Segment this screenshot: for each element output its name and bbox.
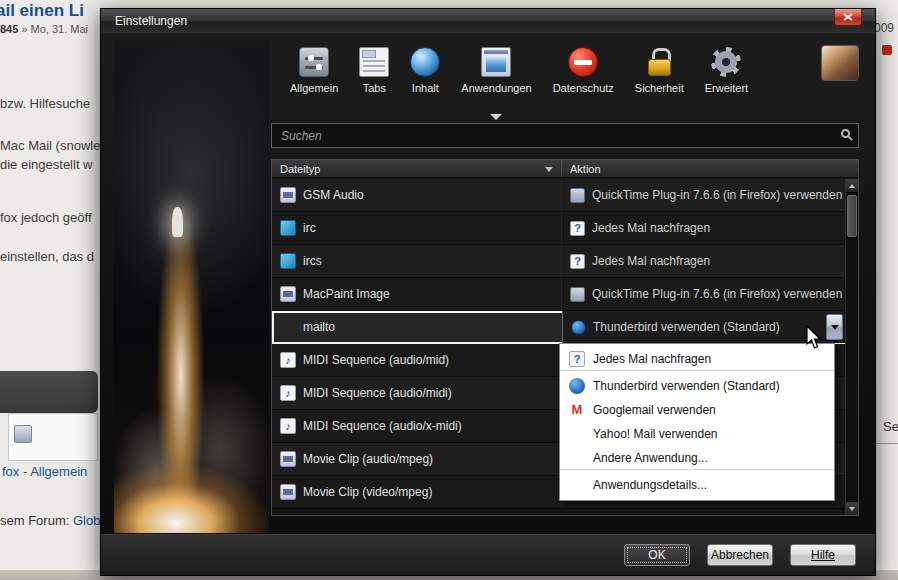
filetype-cell: GSM Audio	[272, 179, 562, 211]
filetype-cell: MIDI Sequence (audio/mid)	[272, 344, 562, 376]
page-white-panel	[8, 413, 98, 461]
filetype-icon	[280, 253, 296, 269]
toolbar-tab[interactable]: Sicherheit	[631, 47, 688, 113]
toolbar-tab[interactable]: Tabs	[355, 47, 393, 113]
column-header-filetype[interactable]: Dateityp	[272, 160, 562, 177]
filetype-label: ircs	[303, 254, 322, 268]
toolbar-tab-icon	[410, 47, 440, 77]
shuttle-launch-image	[114, 39, 269, 533]
dialog-content: Allgemein Tabs Inhalt	[101, 33, 875, 534]
scroll-down-icon	[849, 507, 855, 511]
post-number: 845	[0, 23, 18, 35]
filetype-icon	[280, 418, 296, 434]
footer-text: sem Forum:	[0, 513, 73, 528]
dropdown-arrow-button[interactable]	[826, 314, 843, 340]
scrollbar-thumb[interactable]	[847, 195, 857, 237]
action-cell: Thunderbird verwenden (Standard)	[562, 311, 845, 343]
filetype-label: GSM Audio	[303, 188, 364, 202]
toolbar-tab-label: Allgemein	[290, 82, 338, 94]
filetype-icon	[280, 385, 296, 401]
filetype-cell: ircs	[272, 245, 562, 277]
action-label: Thunderbird verwenden (Standard)	[593, 320, 780, 334]
toolbar-tab[interactable]: Inhalt	[406, 47, 444, 113]
filetype-label: MIDI Sequence (audio/midi)	[303, 386, 452, 400]
footer-link[interactable]: Glob	[73, 513, 100, 528]
action-cell: Jedes Mal nachfragen	[562, 212, 845, 244]
toolbar-tab[interactable]: Allgemein	[286, 47, 342, 113]
action-icon	[570, 221, 585, 236]
menu-item[interactable]: Jedes Mal nachfragen	[560, 347, 834, 371]
toolbar-tab-icon	[568, 47, 598, 77]
table-row[interactable]: mailto Thunderbird verwenden (Standard)	[272, 311, 845, 344]
column-header-filetype-label: Dateityp	[280, 163, 320, 175]
action-icon	[570, 188, 585, 203]
page-heading-fragment: ail einen Li	[0, 1, 84, 21]
toolbar-tab-label: Erweitert	[705, 82, 748, 94]
menu-item[interactable]: Andere Anwendung...	[560, 446, 834, 470]
post-date: » Mo, 31. Mai	[18, 23, 88, 35]
filetype-icon	[280, 187, 296, 203]
filetype-cell: MIDI Sequence (audio/midi)	[272, 377, 562, 409]
list-scrollbar[interactable]	[845, 179, 858, 515]
table-row[interactable]: GSM Audio QuickTime Plug-in 7.6.6 (in Fi…	[272, 179, 845, 212]
action-label: Jedes Mal nachfragen	[592, 254, 710, 268]
page-text-line: einstellen, das d	[0, 249, 94, 264]
filetype-label: Movie Clip (audio/mpeg)	[303, 452, 433, 466]
help-button[interactable]: Hilfe	[790, 544, 856, 566]
toolbar-tab[interactable]: Erweitert	[701, 47, 752, 113]
column-header-action[interactable]: Aktion	[562, 160, 858, 177]
page-text-line: die eingestellt w	[0, 157, 93, 172]
toolbar-tab-label: Datenschutz	[553, 82, 614, 94]
settings-dialog: Einstellungen Allgemein Tabs	[100, 8, 876, 576]
filetype-icon	[280, 484, 296, 500]
page-text-line: Mac Mail (snowle	[0, 138, 100, 153]
menu-item[interactable]: Anwendungsdetails...	[560, 473, 834, 497]
filetype-label: Movie Clip (video/mpeg)	[303, 485, 432, 499]
toolbar-tab-icon	[299, 47, 329, 77]
action-icon	[571, 320, 586, 335]
page-footer-fragment: sem Forum: Glob	[0, 513, 100, 528]
menu-item-label: Andere Anwendung...	[593, 451, 708, 465]
toolbar-tab-icon	[711, 47, 741, 77]
filetype-label: mailto	[303, 320, 335, 334]
page-right-fragment: 009	[874, 21, 894, 35]
dialog-button-bar: OK Abbrechen Hilfe	[101, 534, 875, 575]
table-row[interactable]: MacPaint Image QuickTime Plug-in 7.6.6 (…	[272, 278, 845, 311]
ok-button[interactable]: OK	[624, 544, 690, 566]
toolbar-tab[interactable]: Datenschutz	[549, 47, 618, 113]
table-row[interactable]: ircs Jedes Mal nachfragen	[272, 245, 845, 278]
menu-item[interactable]: Thunderbird verwenden (Standard)	[560, 374, 834, 398]
filetype-cell: MacPaint Image	[272, 278, 562, 310]
search-input[interactable]	[271, 123, 859, 148]
cancel-button[interactable]: Abbrechen	[707, 544, 773, 566]
table-row[interactable]: irc Jedes Mal nachfragen	[272, 212, 845, 245]
close-button[interactable]	[834, 9, 862, 26]
action-label: Jedes Mal nachfragen	[592, 221, 710, 235]
menu-item-label: Jedes Mal nachfragen	[593, 352, 711, 366]
scroll-up-icon	[849, 184, 855, 188]
filetype-icon	[280, 451, 296, 467]
menu-item-icon	[569, 351, 585, 367]
action-dropdown-menu: Jedes Mal nachfragen Thunderbird verwend…	[559, 343, 835, 501]
action-cell: Jedes Mal nachfragen	[562, 245, 845, 277]
action-label: QuickTime Plug-in 7.6.6 (in Firefox) ver…	[592, 188, 842, 202]
toolbar-tab-icon	[481, 47, 511, 77]
menu-item[interactable]: Googlemail verwenden	[560, 398, 834, 422]
forum-link-fragment[interactable]: fox - Allgemein	[2, 464, 87, 479]
scroll-down-button[interactable]	[846, 501, 858, 515]
action-icon	[570, 254, 585, 269]
action-cell: QuickTime Plug-in 7.6.6 (in Firefox) ver…	[562, 278, 845, 310]
menu-item[interactable]: Yahoo! Mail verwenden	[560, 422, 834, 446]
page-panel-icon	[14, 425, 32, 443]
filetype-label: irc	[303, 221, 316, 235]
filetype-cell: Movie Clip (video/mpeg)	[272, 476, 562, 508]
toolbar-tab[interactable]: Anwendungen	[457, 47, 535, 113]
dialog-title: Einstellungen	[115, 14, 187, 28]
list-header: Dateityp Aktion	[272, 160, 858, 178]
filetype-icon	[280, 286, 296, 302]
menu-item-icon	[569, 378, 585, 394]
filetype-label: MIDI Sequence (audio/x-midi)	[303, 419, 462, 433]
dialog-titlebar: Einstellungen	[101, 9, 875, 33]
scroll-up-button[interactable]	[846, 179, 858, 193]
dropdown-arrow-icon	[831, 325, 839, 330]
